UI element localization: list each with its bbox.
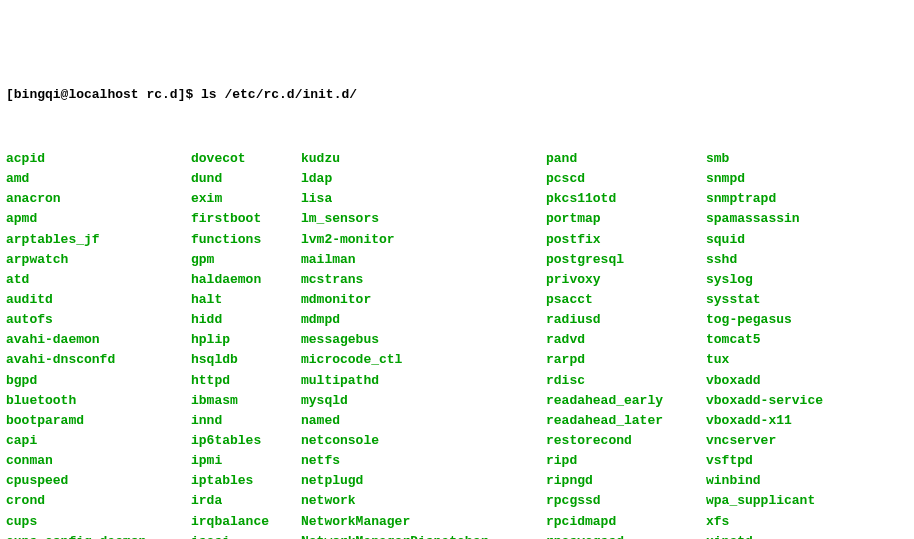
ls-entry: pand (546, 149, 706, 169)
ls-entry: mcstrans (301, 270, 546, 290)
ls-entry: mailman (301, 250, 546, 270)
ls-entry: dovecot (191, 149, 301, 169)
ls-entry: vboxadd-x11 (706, 411, 908, 431)
ls-entry: crond (6, 491, 191, 511)
ls-column-4: pandpcscdpkcs11otdportmappostfixpostgres… (546, 149, 706, 539)
ls-entry: postgresql (546, 250, 706, 270)
ls-entry: wpa_supplicant (706, 491, 908, 511)
ls-entry: acpid (6, 149, 191, 169)
ls-entry: exim (191, 189, 301, 209)
ls-entry: hplip (191, 330, 301, 350)
ls-entry: kudzu (301, 149, 546, 169)
ls-entry: portmap (546, 209, 706, 229)
ls-entry: avahi-daemon (6, 330, 191, 350)
ls-entry: atd (6, 270, 191, 290)
ls-entry: pkcs11otd (546, 189, 706, 209)
ls-entry: iscsi (191, 532, 301, 539)
ls-entry: lvm2-monitor (301, 230, 546, 250)
ls-entry: mdmonitor (301, 290, 546, 310)
ls-entry: netplugd (301, 471, 546, 491)
ls-entry: syslog (706, 270, 908, 290)
ls-entry: psacct (546, 290, 706, 310)
ls-column-5: smbsnmpdsnmptrapdspamassassinsquidsshdsy… (706, 149, 908, 539)
ls-entry: apmd (6, 209, 191, 229)
ls-entry: netfs (301, 451, 546, 471)
ls-entry: winbind (706, 471, 908, 491)
ls-entry: haldaemon (191, 270, 301, 290)
ls-entry: microcode_ctl (301, 350, 546, 370)
ls-entry: capi (6, 431, 191, 451)
ls-entry: multipathd (301, 371, 546, 391)
ls-entry: sshd (706, 250, 908, 270)
ls-entry: rpcgssd (546, 491, 706, 511)
ls-entry: arpwatch (6, 250, 191, 270)
ls-entry: smb (706, 149, 908, 169)
ls-entry: xfs (706, 512, 908, 532)
ls-entry: auditd (6, 290, 191, 310)
ls-output: acpidamdanacronapmdarptables_jfarpwatcha… (6, 149, 908, 539)
ls-entry: rarpd (546, 350, 706, 370)
ls-entry: ipmi (191, 451, 301, 471)
ls-entry: snmptrapd (706, 189, 908, 209)
ls-entry: hsqldb (191, 350, 301, 370)
ls-entry: rdisc (546, 371, 706, 391)
ls-entry: cups (6, 512, 191, 532)
ls-column-2: dovecotdundeximfirstbootfunctionsgpmhald… (191, 149, 301, 539)
ls-entry: halt (191, 290, 301, 310)
ls-entry: httpd (191, 371, 301, 391)
ls-entry: radiusd (546, 310, 706, 330)
ls-entry: rpcidmapd (546, 512, 706, 532)
ls-entry: NetworkManagerDispatcher (301, 532, 546, 539)
ls-entry: rpcsvcgssd (546, 532, 706, 539)
ls-entry: ip6tables (191, 431, 301, 451)
ls-entry: tux (706, 350, 908, 370)
ls-entry: tog-pegasus (706, 310, 908, 330)
ls-entry: vboxadd-service (706, 391, 908, 411)
ls-entry: iptables (191, 471, 301, 491)
ls-entry: mysqld (301, 391, 546, 411)
ls-entry: readahead_later (546, 411, 706, 431)
ls-entry: readahead_early (546, 391, 706, 411)
ls-entry: sysstat (706, 290, 908, 310)
ls-entry: restorecond (546, 431, 706, 451)
ls-entry: spamassassin (706, 209, 908, 229)
ls-entry: vboxadd (706, 371, 908, 391)
ls-entry: mdmpd (301, 310, 546, 330)
ls-entry: NetworkManager (301, 512, 546, 532)
ls-entry: arptables_jf (6, 230, 191, 250)
ls-entry: firstboot (191, 209, 301, 229)
ls-entry: ibmasm (191, 391, 301, 411)
ls-entry: hidd (191, 310, 301, 330)
ls-entry: bgpd (6, 371, 191, 391)
ls-entry: pcscd (546, 169, 706, 189)
ls-entry: conman (6, 451, 191, 471)
ls-entry: autofs (6, 310, 191, 330)
ls-column-3: kudzuldaplisalm_sensorslvm2-monitormailm… (301, 149, 546, 539)
ls-entry: lisa (301, 189, 546, 209)
ls-entry: cups-config-daemon (6, 532, 191, 539)
ls-column-1: acpidamdanacronapmdarptables_jfarpwatcha… (6, 149, 191, 539)
ls-entry: ripd (546, 451, 706, 471)
ls-entry: messagebus (301, 330, 546, 350)
ls-entry: privoxy (546, 270, 706, 290)
ls-entry: postfix (546, 230, 706, 250)
ls-entry: netconsole (301, 431, 546, 451)
ls-entry: ripngd (546, 471, 706, 491)
ls-entry: radvd (546, 330, 706, 350)
ls-entry: innd (191, 411, 301, 431)
ls-entry: amd (6, 169, 191, 189)
ls-entry: bootparamd (6, 411, 191, 431)
ls-entry: vncserver (706, 431, 908, 451)
ls-entry: named (301, 411, 546, 431)
ls-entry: snmpd (706, 169, 908, 189)
ls-entry: tomcat5 (706, 330, 908, 350)
ls-entry: irqbalance (191, 512, 301, 532)
ls-entry: network (301, 491, 546, 511)
ls-entry: dund (191, 169, 301, 189)
ls-entry: vsftpd (706, 451, 908, 471)
ls-entry: anacron (6, 189, 191, 209)
ls-entry: avahi-dnsconfd (6, 350, 191, 370)
ls-entry: bluetooth (6, 391, 191, 411)
ls-entry: gpm (191, 250, 301, 270)
ls-entry: irda (191, 491, 301, 511)
